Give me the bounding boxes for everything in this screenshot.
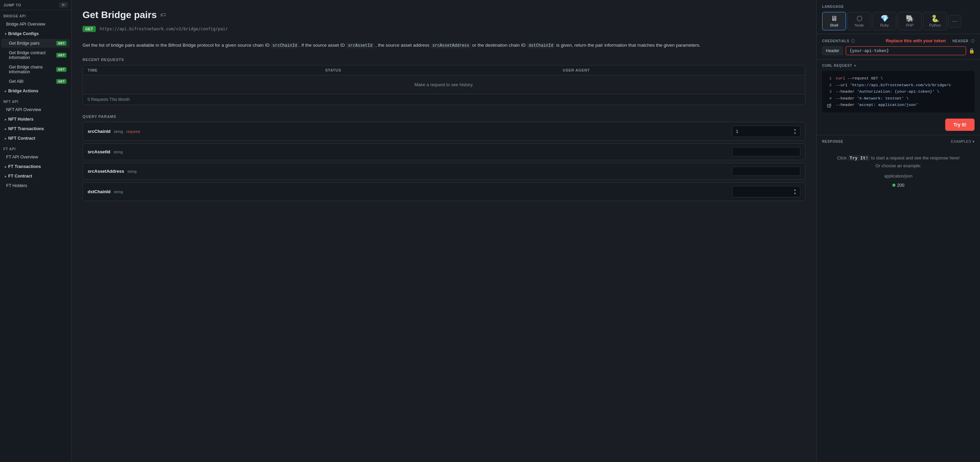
param-input-srcassetid[interactable] xyxy=(732,147,800,156)
code-line-2: 2 --url 'https://api.bifrostnetwork.com/… xyxy=(827,82,970,89)
try-it-button[interactable]: Try It! xyxy=(945,119,975,131)
sidebar-item-get-bridge-pairs[interactable]: Get Bridge pairs GET xyxy=(2,39,70,48)
param-required-srcchainid: required xyxy=(126,129,140,133)
param-input-srcchainid[interactable]: ▲ ▼ xyxy=(732,126,800,137)
credentials-section: CREDENTIALS ⓘ Replace this with your tok… xyxy=(817,34,980,60)
token-input[interactable] xyxy=(846,46,966,55)
lang-tab-shell[interactable]: 🖥 Shell xyxy=(822,12,846,30)
param-type-srcassetaddress: string xyxy=(127,169,137,173)
curl-chevron-icon[interactable]: ▾ xyxy=(854,64,856,67)
param-field-srcassetaddress[interactable] xyxy=(736,169,797,174)
sidebar-item-ft-api-overview[interactable]: FT API Overview xyxy=(2,152,70,162)
sidebar-item-group-nft-holders[interactable]: ▸ NFT Holders xyxy=(2,115,70,124)
stepper-dstchainid[interactable]: ▲ ▼ xyxy=(794,188,797,195)
php-icon: 🐘 xyxy=(906,15,914,22)
param-name-srcchainid: srcChainId xyxy=(88,129,110,134)
language-label: LANGUAGE xyxy=(822,5,975,8)
chevron-icon-3: ▸ xyxy=(5,117,6,121)
query-params-label: QUERY PARAMS xyxy=(83,114,805,119)
table-footer: 0 Requests This Month xyxy=(83,94,805,105)
sidebar-item-group-ft-contract[interactable]: ▸ FT Contract xyxy=(2,172,70,181)
param-name-srcassetid: srcAssetId xyxy=(88,149,110,154)
response-status-200: 200 xyxy=(892,181,905,189)
page-description: Get the list of bridge pairs available i… xyxy=(83,41,805,49)
lang-tab-python[interactable]: 🐍 Python xyxy=(923,12,947,30)
code-line-5: 5 --header 'accept: application/json' xyxy=(827,102,970,108)
param-type-srcchainid: string xyxy=(114,129,123,133)
chevron-icon-2: ▸ xyxy=(5,89,6,93)
stepper-srcchainid[interactable]: ▲ ▼ xyxy=(794,128,797,135)
lang-more-btn[interactable]: ⋯ xyxy=(948,15,961,28)
jump-to-label: JUMP TO xyxy=(3,3,21,7)
lang-label-ruby: Ruby xyxy=(880,23,889,27)
language-tabs: 🖥 Shell ⬡ Node 💎 Ruby 🐘 PHP 🐍 Python ⋯ xyxy=(822,12,975,30)
sidebar-item-group-nft-contract[interactable]: ▸ NFT Contract xyxy=(2,134,70,143)
jump-to-bar[interactable]: JUMP TO ⌘/ xyxy=(0,0,71,10)
replace-token-text: Replace this with your token xyxy=(886,38,945,43)
sidebar-item-get-abi[interactable]: Get ABI GET xyxy=(2,77,70,86)
table-header: TIME STATUS USER AGENT xyxy=(83,65,805,75)
green-dot xyxy=(892,184,896,187)
method-badge: GET xyxy=(83,26,96,32)
sidebar-item-group-bridge-actions[interactable]: ▸ Bridge Actions xyxy=(2,87,70,95)
python-icon: 🐍 xyxy=(931,15,939,22)
language-section: LANGUAGE 🖥 Shell ⬡ Node 💎 Ruby 🐘 PHP 🐍 P… xyxy=(817,0,980,34)
param-row-srcassetaddress: srcAssetAddress string xyxy=(83,163,805,179)
credentials-label: CREDENTIALS xyxy=(822,39,850,43)
param-input-srcassetaddress[interactable] xyxy=(732,167,800,176)
lang-tab-ruby[interactable]: 💎 Ruby xyxy=(873,12,896,30)
page-title: Get Bridge pairs xyxy=(83,10,157,21)
param-name-dstchainid: dstChainId xyxy=(88,189,110,194)
sidebar-item-bridge-api-overview[interactable]: Bridge API Overview xyxy=(2,20,70,29)
header-right-label: HEADER xyxy=(952,39,969,43)
table-empty-row: Make a request to see history. xyxy=(83,75,805,94)
chevron-icon-4: ▸ xyxy=(5,127,6,131)
right-panel: LANGUAGE 🖥 Shell ⬡ Node 💎 Ruby 🐘 PHP 🐍 P… xyxy=(816,0,980,462)
param-row-dstchainid: dstChainId string ▲ ▼ xyxy=(83,182,805,201)
sidebar-item-nft-api-overview[interactable]: NFT API Overview xyxy=(2,105,70,114)
recent-requests-table: TIME STATUS USER AGENT Make a request to… xyxy=(83,65,805,105)
chevron-icon-7: ▸ xyxy=(5,175,6,178)
ruby-icon: 💎 xyxy=(880,15,889,22)
sidebar-item-group-nft-transactions[interactable]: ▸ NFT Transactions xyxy=(2,124,70,133)
curl-label: CURL REQUEST xyxy=(822,64,852,67)
chevron-icon-6: ▸ xyxy=(5,165,6,169)
chevron-icon-5: ▸ xyxy=(5,137,6,140)
sidebar-item-ft-holders[interactable]: FT Holders xyxy=(2,181,70,190)
param-field-srcassetid[interactable] xyxy=(736,149,797,154)
shell-icon: 🖥 xyxy=(830,15,837,22)
sidebar-item-get-bridge-contract[interactable]: Get Bridge contract information GET xyxy=(2,48,70,62)
tag-icon: 🏷 xyxy=(160,12,166,18)
response-type: application/json xyxy=(822,173,975,180)
sidebar-section-nft-api: NFT API xyxy=(0,96,71,105)
header-tab-button[interactable]: Header xyxy=(822,46,843,55)
param-name-srcassetaddress: srcAssetAddress xyxy=(88,169,124,174)
response-label: RESPONSE xyxy=(822,140,843,143)
code-line-1: 1 curl --request GET \ xyxy=(827,75,970,82)
info-icon[interactable]: ⓘ xyxy=(851,38,855,44)
table-header-status: STATUS xyxy=(325,68,563,72)
node-icon: ⬡ xyxy=(857,15,862,22)
param-field-dstchainid[interactable] xyxy=(736,189,794,194)
sidebar-section-ft-api: FT API xyxy=(0,143,71,152)
table-header-time: TIME xyxy=(88,68,325,72)
response-empty-text: Click Try It! to start a request and see… xyxy=(822,147,975,196)
param-input-dstchainid[interactable]: ▲ ▼ xyxy=(732,186,800,197)
copy-button[interactable]: ⧉ xyxy=(827,103,830,109)
param-row-srcassetid: srcAssetId string xyxy=(83,143,805,160)
lang-tab-node[interactable]: ⬡ Node xyxy=(847,12,871,30)
lock-icon: 🔒 xyxy=(969,48,975,54)
sidebar-item-get-bridge-chains[interactable]: Get Bridge chains information GET xyxy=(2,63,70,76)
param-row-srcchainid: srcChainId string required ▲ ▼ xyxy=(83,122,805,141)
query-params-section: QUERY PARAMS srcChainId string required … xyxy=(83,114,805,201)
param-type-dstchainid: string xyxy=(114,190,123,194)
param-field-srcchainid[interactable] xyxy=(736,129,794,134)
table-header-user-agent: USER AGENT xyxy=(563,68,800,72)
lang-tab-php[interactable]: 🐘 PHP xyxy=(898,12,922,30)
code-line-4: 4 --header 'X-Network: testnet' \ xyxy=(827,95,970,102)
param-type-srcassetid: string xyxy=(113,150,123,154)
sidebar-item-group-bridge-configs[interactable]: ▾ Bridge Configs xyxy=(2,29,70,38)
header-info-icon[interactable]: ⓘ xyxy=(971,39,975,43)
examples-button[interactable]: EXAMPLES ▾ xyxy=(951,139,975,144)
sidebar-item-group-ft-transactions[interactable]: ▸ FT Transactions xyxy=(2,162,70,171)
